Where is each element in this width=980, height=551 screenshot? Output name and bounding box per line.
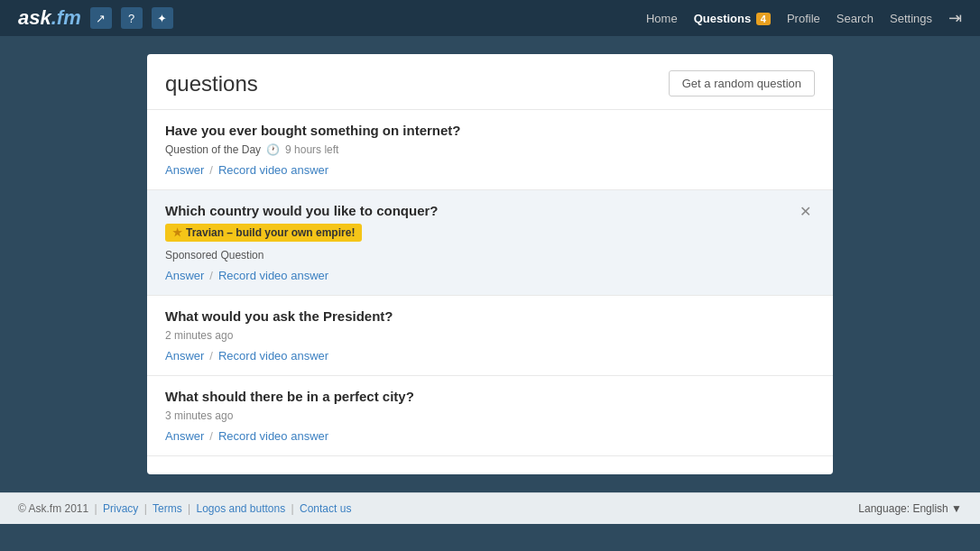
header-left: ask.fm ↗ ? ✦ xyxy=(18,6,173,30)
question-actions-3: Answer / Record video answer xyxy=(165,349,815,363)
language-label: Language: xyxy=(858,502,910,515)
question-time-4: 3 minutes ago xyxy=(165,409,233,422)
separator-2: / xyxy=(209,269,213,282)
logout-icon[interactable]: ⇥ xyxy=(948,8,962,28)
footer-right: Language: English ▼ xyxy=(858,502,962,515)
footer-privacy-link[interactable]: Privacy xyxy=(103,502,138,515)
footer-sep-2: | xyxy=(144,502,147,515)
random-question-button[interactable]: Get a random question xyxy=(669,70,815,96)
page-header: questions Get a random question xyxy=(147,54,833,110)
footer-terms-link[interactable]: Terms xyxy=(153,502,182,515)
answer-link-3[interactable]: Answer xyxy=(165,349,204,363)
question-actions-4: Answer / Record video answer xyxy=(165,429,815,443)
clock-icon: 🕐 xyxy=(266,143,280,156)
nav-questions-label: Questions xyxy=(694,12,752,25)
nav-profile[interactable]: Profile xyxy=(787,12,820,25)
page-title: questions xyxy=(165,71,258,96)
question-meta-4: 3 minutes ago xyxy=(165,409,815,422)
sponsored-label: Sponsored Question xyxy=(165,249,439,262)
footer-sep-1: | xyxy=(95,502,97,515)
sponsored-content: Which country would you like to conquer?… xyxy=(165,203,439,282)
star-icon: ★ xyxy=(172,226,182,239)
answer-link-2[interactable]: Answer xyxy=(165,269,204,282)
separator-1: / xyxy=(209,163,213,177)
question-text-2: Which country would you like to conquer? xyxy=(165,203,439,218)
question-meta-1: Question of the Day 🕐 9 hours left xyxy=(165,143,815,156)
footer-left: © Ask.fm 2011 | Privacy | Terms | Logos … xyxy=(18,502,351,515)
answer-link-4[interactable]: Answer xyxy=(165,429,204,443)
question-time-3: 2 minutes ago xyxy=(165,329,233,342)
qotd-time: 9 hours left xyxy=(285,143,338,156)
question-meta-3: 2 minutes ago xyxy=(165,329,815,342)
sponsored-header: Which country would you like to conquer?… xyxy=(165,203,815,282)
sponsored-tag-wrapper: ★ Travian – build your own empire! xyxy=(165,224,439,242)
footer: © Ask.fm 2011 | Privacy | Terms | Logos … xyxy=(0,492,980,524)
bottom-padding xyxy=(147,456,833,474)
question-item-4: What should there be in a perfect city? … xyxy=(147,376,833,456)
separator-4: / xyxy=(209,429,213,443)
qotd-badge: Question of the Day xyxy=(165,143,261,156)
copyright: © Ask.fm 2011 xyxy=(18,502,88,515)
sponsored-badge[interactable]: ★ Travian – build your own empire! xyxy=(165,224,362,242)
sponsored-badge-text: Travian – build your own empire! xyxy=(186,226,355,239)
main-wrapper: questions Get a random question Have you… xyxy=(147,54,833,474)
language-selector[interactable]: Language: English ▼ xyxy=(858,502,962,515)
footer-sep-3: | xyxy=(188,502,190,515)
header: ask.fm ↗ ? ✦ Home Questions 4 Profile Se… xyxy=(0,0,980,36)
nav-home[interactable]: Home xyxy=(646,12,678,25)
question-item-sponsored: Which country would you like to conquer?… xyxy=(147,190,833,296)
twitter-icon-button[interactable]: ✦ xyxy=(152,7,173,29)
video-answer-link-3[interactable]: Record video answer xyxy=(218,349,328,363)
separator-3: / xyxy=(209,349,213,363)
footer-sep-4: | xyxy=(291,502,294,515)
answer-link-1[interactable]: Answer xyxy=(165,163,204,177)
nav-settings[interactable]: Settings xyxy=(890,12,932,25)
header-nav: Home Questions 4 Profile Search Settings… xyxy=(646,8,962,28)
video-answer-link-4[interactable]: Record video answer xyxy=(218,429,328,443)
nav-questions[interactable]: Questions 4 xyxy=(694,12,771,25)
question-text-3: What would you ask the President? xyxy=(165,308,815,324)
share-icon-button[interactable]: ↗ xyxy=(90,7,112,29)
footer-logos-link[interactable]: Logos and buttons xyxy=(196,502,285,515)
questions-badge: 4 xyxy=(756,13,771,25)
question-actions-2: Answer / Record video answer xyxy=(165,269,439,282)
nav-search[interactable]: Search xyxy=(837,12,874,25)
video-answer-link-1[interactable]: Record video answer xyxy=(218,163,328,177)
close-sponsored-button[interactable]: ✕ xyxy=(796,203,815,220)
question-text-1: Have you ever bought something on intern… xyxy=(165,123,815,138)
question-actions-1: Answer / Record video answer xyxy=(165,163,815,177)
footer-contact-link[interactable]: Contact us xyxy=(300,502,351,515)
help-icon-button[interactable]: ? xyxy=(121,7,143,29)
language-value[interactable]: English ▼ xyxy=(912,502,962,515)
logo[interactable]: ask.fm xyxy=(18,6,81,30)
video-answer-link-2[interactable]: Record video answer xyxy=(218,269,328,282)
logo-suffix: .fm xyxy=(51,6,81,29)
question-item-3: What would you ask the President? 2 minu… xyxy=(147,296,833,376)
question-text-4: What should there be in a perfect city? xyxy=(165,389,815,404)
question-item-qotd: Have you ever bought something on intern… xyxy=(147,110,833,190)
